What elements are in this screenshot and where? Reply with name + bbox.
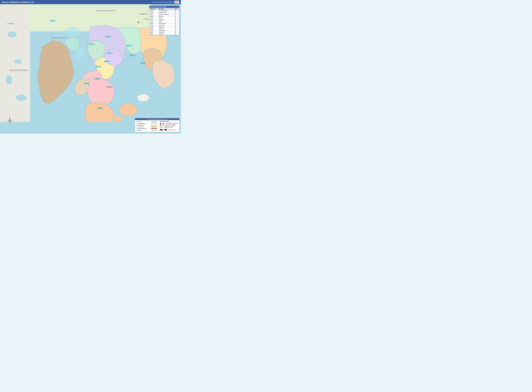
- legend-toll-roads: Toll Roads: [137, 129, 157, 131]
- table-row: 99556 ANCHOR POINT D5: [149, 10, 179, 12]
- table-row: 99568 CLAM GULCH F4: [149, 12, 179, 14]
- svg-point-18: [137, 94, 149, 102]
- legend-city-100k: •City Cities 100,000 and Above: [160, 123, 178, 124]
- interstate-line: [151, 128, 157, 129]
- legend-state-highways: State Highways: [137, 124, 157, 126]
- table-row: 99639 NINILCHIK E3: [149, 24, 179, 26]
- table-row: 99663 SELDOVIA D6: [149, 26, 179, 28]
- svg-point-23: [16, 95, 26, 101]
- table-row: 99682 TYONEK E2: [149, 33, 179, 35]
- anchorage-label: Anchorage: [140, 13, 148, 15]
- svg-point-20: [8, 31, 17, 37]
- index-table-header: ZIP Code Index/Grid Locator: [149, 6, 179, 8]
- state-highway-line: [151, 125, 157, 126]
- legend-city-200: City Cities 200 - 4,999: [160, 127, 178, 128]
- table-row: 99631 MOOSE PASS H3: [149, 23, 179, 24]
- svg-point-22: [6, 75, 12, 84]
- legend-interstate: Interstate Highways: [137, 128, 157, 129]
- svg-text:N: N: [9, 117, 10, 118]
- us-highway-line: [151, 126, 157, 127]
- scale-graphic: [160, 129, 169, 131]
- table-row: 99610 KASILOF F3: [149, 19, 179, 21]
- legend-title: 2021 Kenai Peninsula County, AK Atlas: [135, 118, 179, 120]
- col-loc: LOC: [174, 8, 179, 10]
- table-row: 99672 STERLING G3: [149, 32, 179, 33]
- compass-rose: N: [6, 117, 14, 125]
- svg-point-21: [14, 59, 22, 64]
- legend-county-highways: County Highways: [137, 123, 157, 124]
- table-row: 99664 SEWARD H4: [149, 28, 179, 30]
- toll-road-line: [151, 130, 157, 130]
- svg-point-27: [138, 22, 139, 23]
- col-name: ZIP Name: [158, 8, 174, 10]
- col-zip: ZIP Code: [149, 8, 158, 10]
- bottom-legend: 2021 Kenai Peninsula County, AK Atlas ZI…: [135, 118, 179, 132]
- svg-point-24: [65, 27, 80, 36]
- table-row: 99669 SOLDOTNA F3: [149, 30, 179, 32]
- county-highway-line: [151, 123, 157, 124]
- map-container: KENAI PENINSULA COUNTY, AK 2021 ZIP Code…: [0, 0, 181, 134]
- svg-point-17: [119, 104, 137, 116]
- zip-code-line: [151, 121, 157, 122]
- svg-point-19: [112, 116, 123, 122]
- scale-bar: Scale in Miles: [160, 129, 178, 131]
- header-right: 2021 ZIP Code ColorCast Edition Market M…: [153, 1, 179, 4]
- zip-index-table: ZIP Code Index/Grid Locator ZIP Code ZIP…: [149, 6, 179, 35]
- legend-city-5k: City Cities 5,000 - 24,999: [160, 126, 178, 127]
- header-bar: KENAI PENINSULA COUNTY, AK 2021 ZIP Code…: [0, 0, 181, 4]
- header-logo: Market MAPS: [174, 1, 179, 4]
- legend-city-25k: •City Cities 25,000 - 99,999: [160, 124, 178, 126]
- legend-us-highways: US Highways: [137, 126, 157, 127]
- table-row: 99603 HOMER F5: [149, 15, 179, 17]
- svg-point-25: [76, 47, 84, 59]
- cities-towns-header: Cities and Towns: [160, 121, 178, 122]
- header-edition: 2021 ZIP Code ColorCast Edition: [153, 1, 173, 3]
- header-title: KENAI PENINSULA COUNTY, AK: [2, 1, 34, 3]
- table-row: 99605 HOPE H3: [149, 17, 179, 19]
- svg-rect-1: [0, 4, 30, 134]
- legend-zip-code: ZIP Code: [137, 121, 157, 122]
- table-row: 99611 KENAI F2: [149, 21, 179, 23]
- table-row: 99572 COOPER LANDING H4: [149, 14, 179, 15]
